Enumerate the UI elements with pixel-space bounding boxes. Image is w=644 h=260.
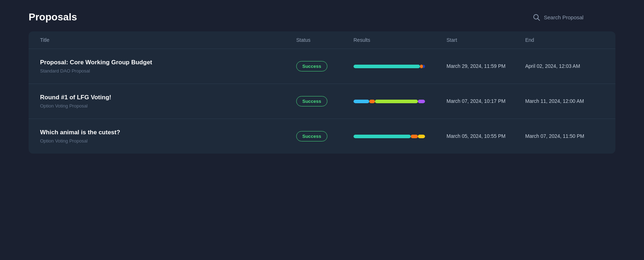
results-bar-container xyxy=(353,135,432,138)
page-header: Proposals xyxy=(29,11,615,23)
proposal-title: Which animal is the cutest? xyxy=(40,129,296,136)
status-cell: Success xyxy=(296,131,353,141)
results-bar xyxy=(353,65,425,68)
end-date: March 11, 2024, 12:00 AM xyxy=(525,98,604,105)
results-bar xyxy=(353,135,425,138)
table-row[interactable]: Round #1 of LFG Voting! Option Voting Pr… xyxy=(29,84,615,119)
col-end: End xyxy=(525,37,604,43)
bar-segment xyxy=(353,100,369,103)
proposal-title: Proposal: Core Working Group Budget xyxy=(40,59,296,66)
results-bar-container xyxy=(353,65,432,68)
results-bar xyxy=(353,100,425,103)
bar-segment xyxy=(411,135,418,138)
proposals-table: Title Status Results Start End Proposal:… xyxy=(29,31,615,154)
results-bar-container xyxy=(353,100,432,103)
start-date: March 05, 2024, 10:55 PM xyxy=(447,132,525,140)
proposal-subtitle: Option Voting Proposal xyxy=(40,138,296,144)
status-badge: Success xyxy=(296,131,327,141)
bar-segment xyxy=(420,65,423,68)
search-input[interactable] xyxy=(544,14,615,20)
proposal-subtitle: Standard DAO Proposal xyxy=(40,68,296,74)
bar-segment xyxy=(375,100,418,103)
proposal-title: Round #1 of LFG Voting! xyxy=(40,94,296,101)
proposal-subtitle: Option Voting Proposal xyxy=(40,103,296,109)
col-results: Results xyxy=(353,37,447,43)
start-date: March 07, 2024, 10:17 PM xyxy=(447,98,525,105)
status-badge: Success xyxy=(296,61,327,71)
col-title: Title xyxy=(40,37,296,43)
proposal-info: Which animal is the cutest? Option Votin… xyxy=(40,129,296,144)
col-start: Start xyxy=(447,37,525,43)
search-icon xyxy=(532,13,540,21)
table-body: Proposal: Core Working Group Budget Stan… xyxy=(29,49,615,154)
bar-segment xyxy=(418,100,425,103)
bar-segment xyxy=(418,135,425,138)
start-date: March 29, 2024, 11:59 PM xyxy=(447,62,525,70)
end-date: March 07, 2024, 11:50 PM xyxy=(525,132,604,140)
bar-segment xyxy=(369,100,375,103)
status-cell: Success xyxy=(296,96,353,106)
col-status: Status xyxy=(296,37,353,43)
search-container[interactable] xyxy=(532,13,615,21)
status-badge: Success xyxy=(296,96,327,106)
status-cell: Success xyxy=(296,61,353,71)
bar-segment xyxy=(353,65,420,68)
bar-segment xyxy=(353,135,411,138)
proposal-info: Proposal: Core Working Group Budget Stan… xyxy=(40,59,296,74)
end-date: April 02, 2024, 12:03 AM xyxy=(525,62,604,70)
svg-line-1 xyxy=(538,19,540,20)
table-row[interactable]: Which animal is the cutest? Option Votin… xyxy=(29,119,615,154)
proposal-info: Round #1 of LFG Voting! Option Voting Pr… xyxy=(40,94,296,109)
page-title: Proposals xyxy=(29,11,77,23)
table-row[interactable]: Proposal: Core Working Group Budget Stan… xyxy=(29,49,615,84)
bar-segment xyxy=(423,65,425,68)
table-header: Title Status Results Start End xyxy=(29,31,615,49)
